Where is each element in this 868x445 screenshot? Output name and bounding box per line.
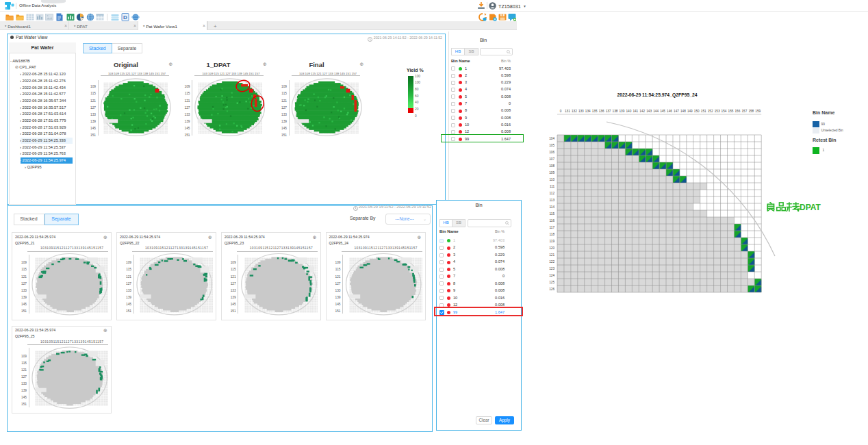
svg-text:105: 105 <box>549 144 554 147</box>
svg-text:114: 114 <box>550 205 555 209</box>
svg-text:135: 135 <box>592 110 598 113</box>
svg-text:115: 115 <box>550 212 555 216</box>
svg-text:131: 131 <box>565 110 570 113</box>
svg-text:158: 158 <box>748 110 754 113</box>
svg-text:140: 140 <box>626 110 631 113</box>
svg-text:126: 126 <box>549 288 554 291</box>
svg-text:144: 144 <box>653 110 659 113</box>
svg-text:151: 151 <box>701 110 706 113</box>
svg-text:150: 150 <box>694 110 700 113</box>
svg-text:106: 106 <box>549 151 554 154</box>
svg-text:148: 148 <box>680 110 686 113</box>
svg-text:137: 137 <box>606 110 611 113</box>
svg-text:116: 116 <box>550 219 555 222</box>
svg-text:0: 0 <box>560 110 562 113</box>
svg-text:132: 132 <box>572 110 577 113</box>
svg-text:149: 149 <box>687 110 693 113</box>
svg-text:146: 146 <box>667 110 672 113</box>
svg-text:141: 141 <box>633 110 638 113</box>
svg-text:133: 133 <box>578 110 584 113</box>
svg-text:110: 110 <box>550 178 555 181</box>
svg-text:119: 119 <box>550 240 555 243</box>
svg-text:143: 143 <box>646 110 652 113</box>
svg-text:155: 155 <box>728 110 734 113</box>
svg-text:153: 153 <box>715 110 720 113</box>
svg-text:145: 145 <box>660 110 665 113</box>
svg-text:156: 156 <box>735 110 740 113</box>
svg-text:122: 122 <box>549 260 554 264</box>
svg-text:D: D <box>123 14 127 21</box>
svg-text:124: 124 <box>549 274 554 277</box>
svg-text:142: 142 <box>639 110 645 113</box>
svg-text:136: 136 <box>599 110 604 113</box>
svg-text:138: 138 <box>613 110 618 113</box>
svg-text:139: 139 <box>620 110 625 113</box>
svg-text:125: 125 <box>549 281 554 284</box>
svg-text:107: 107 <box>549 157 554 161</box>
svg-text:109: 109 <box>549 171 554 175</box>
svg-text:154: 154 <box>722 110 727 113</box>
svg-text:111: 111 <box>550 185 555 188</box>
svg-text:112: 112 <box>550 192 555 195</box>
svg-text:108: 108 <box>549 164 554 168</box>
svg-text:120: 120 <box>549 246 554 250</box>
svg-text:159: 159 <box>755 110 761 113</box>
svg-text:121: 121 <box>549 253 554 257</box>
svg-text:117: 117 <box>550 226 555 229</box>
svg-text:147: 147 <box>674 110 679 113</box>
svg-text:113: 113 <box>550 199 555 202</box>
svg-text:123: 123 <box>549 267 554 270</box>
svg-text:118: 118 <box>550 233 555 236</box>
svg-text:134: 134 <box>585 110 591 113</box>
svg-text:152: 152 <box>708 110 713 113</box>
svg-text:104: 104 <box>549 137 554 140</box>
svg-text:157: 157 <box>741 110 747 113</box>
